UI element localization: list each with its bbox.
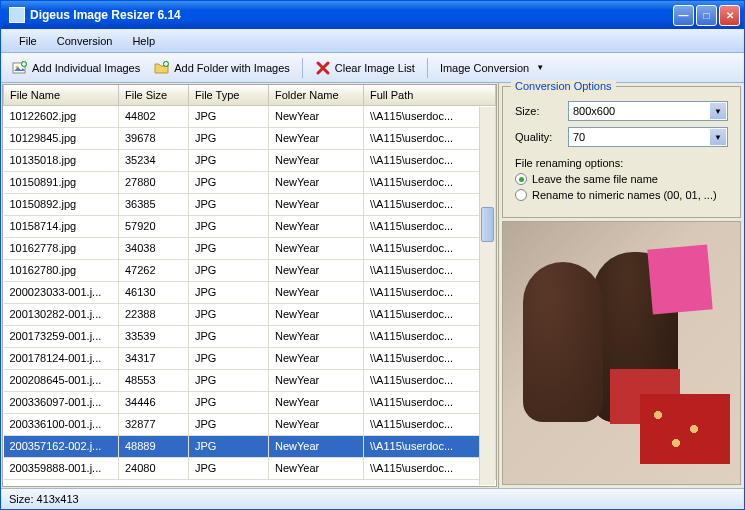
table-row[interactable]: 10122602.jpg44802JPGNewYear\\A115\userdo… <box>4 105 496 127</box>
chevron-down-icon: ▼ <box>710 103 726 119</box>
column-full-path[interactable]: Full Path <box>364 85 496 105</box>
table-row[interactable]: 10129845.jpg39678JPGNewYear\\A115\userdo… <box>4 127 496 149</box>
menu-conversion[interactable]: Conversion <box>49 32 125 50</box>
cell-size: 36385 <box>119 193 189 215</box>
vertical-scrollbar[interactable] <box>479 107 495 485</box>
image-conversion-button[interactable]: Image Conversion ▼ <box>433 58 551 78</box>
radio-rename-numeric[interactable]: Rename to nimeric names (00, 01, ...) <box>515 189 728 201</box>
column-file-size[interactable]: File Size <box>119 85 189 105</box>
table-row[interactable]: 200178124-001.j...34317JPGNewYear\\A115\… <box>4 347 496 369</box>
toolbar: Add Individual Images Add Folder with Im… <box>1 53 744 83</box>
titlebar[interactable]: Digeus Image Resizer 6.14 — □ ✕ <box>1 1 744 29</box>
table-row[interactable]: 10150891.jpg27880JPGNewYear\\A115\userdo… <box>4 171 496 193</box>
column-folder-name[interactable]: Folder Name <box>269 85 364 105</box>
cell-path: \\A115\userdoc... <box>364 105 496 127</box>
cell-size: 48889 <box>119 435 189 457</box>
cell-folder: NewYear <box>269 171 364 193</box>
cell-size: 39678 <box>119 127 189 149</box>
cell-folder: NewYear <box>269 457 364 479</box>
cell-size: 34317 <box>119 347 189 369</box>
cell-name: 200336100-001.j... <box>4 413 119 435</box>
size-combo[interactable]: 800x600 ▼ <box>568 101 728 121</box>
minimize-button[interactable]: — <box>673 5 694 26</box>
cell-size: 24080 <box>119 457 189 479</box>
add-individual-images-button[interactable]: Add Individual Images <box>5 56 147 80</box>
table-row[interactable]: 200023033-001.j...46130JPGNewYear\\A115\… <box>4 281 496 303</box>
table-row[interactable]: 200173259-001.j...33539JPGNewYear\\A115\… <box>4 325 496 347</box>
statusbar: Size: 413x413 <box>1 488 744 508</box>
chevron-down-icon: ▼ <box>710 129 726 145</box>
cell-name: 10129845.jpg <box>4 127 119 149</box>
clear-list-label: Clear Image List <box>335 62 415 74</box>
radio-icon <box>515 189 527 201</box>
cell-folder: NewYear <box>269 303 364 325</box>
cell-name: 10122602.jpg <box>4 105 119 127</box>
column-file-type[interactable]: File Type <box>189 85 269 105</box>
table-row[interactable]: 10150892.jpg36385JPGNewYear\\A115\userdo… <box>4 193 496 215</box>
scroll-thumb[interactable] <box>481 207 494 242</box>
table-row[interactable]: 200208645-001.j...48553JPGNewYear\\A115\… <box>4 369 496 391</box>
menu-help[interactable]: Help <box>124 32 167 50</box>
cell-size: 32877 <box>119 413 189 435</box>
maximize-button[interactable]: □ <box>696 5 717 26</box>
cell-size: 27880 <box>119 171 189 193</box>
table-row[interactable]: 200130282-001.j...22388JPGNewYear\\A115\… <box>4 303 496 325</box>
cell-name: 200357162-002.j... <box>4 435 119 457</box>
cell-path: \\A115\userdoc... <box>364 413 496 435</box>
quality-combo[interactable]: 70 ▼ <box>568 127 728 147</box>
add-folder-button[interactable]: Add Folder with Images <box>147 56 297 80</box>
cell-size: 34038 <box>119 237 189 259</box>
table-row[interactable]: 10162778.jpg34038JPGNewYear\\A115\userdo… <box>4 237 496 259</box>
cell-size: 44802 <box>119 105 189 127</box>
radio-rename-numeric-label: Rename to nimeric names (00, 01, ...) <box>532 189 717 201</box>
add-folder-label: Add Folder with Images <box>174 62 290 74</box>
cell-type: JPG <box>189 391 269 413</box>
cell-path: \\A115\userdoc... <box>364 347 496 369</box>
clear-list-button[interactable]: Clear Image List <box>308 56 422 80</box>
cell-name: 10150891.jpg <box>4 171 119 193</box>
file-table: File Name File Size File Type Folder Nam… <box>3 85 496 480</box>
cell-path: \\A115\userdoc... <box>364 237 496 259</box>
cell-path: \\A115\userdoc... <box>364 127 496 149</box>
conversion-options-group: Conversion Options Size: 800x600 ▼ Quali… <box>502 86 741 218</box>
cell-name: 10162778.jpg <box>4 237 119 259</box>
cell-size: 47262 <box>119 259 189 281</box>
table-row[interactable]: 10158714.jpg57920JPGNewYear\\A115\userdo… <box>4 215 496 237</box>
radio-leave-same[interactable]: Leave the same file name <box>515 173 728 185</box>
cell-type: JPG <box>189 435 269 457</box>
cell-path: \\A115\userdoc... <box>364 171 496 193</box>
cell-type: JPG <box>189 149 269 171</box>
table-row[interactable]: 200359888-001.j...24080JPGNewYear\\A115\… <box>4 457 496 479</box>
cell-folder: NewYear <box>269 149 364 171</box>
cell-type: JPG <box>189 347 269 369</box>
table-row[interactable]: 10162780.jpg47262JPGNewYear\\A115\userdo… <box>4 259 496 281</box>
image-preview <box>502 221 741 485</box>
menu-file[interactable]: File <box>11 32 49 50</box>
dropdown-arrow-icon: ▼ <box>536 63 544 72</box>
rename-section-title: File renaming options: <box>515 157 728 169</box>
options-group-title: Conversion Options <box>511 80 616 92</box>
column-file-name[interactable]: File Name <box>4 85 119 105</box>
cell-path: \\A115\userdoc... <box>364 149 496 171</box>
image-conversion-label: Image Conversion <box>440 62 529 74</box>
size-value: 800x600 <box>573 105 615 117</box>
file-table-container: File Name File Size File Type Folder Nam… <box>2 84 497 487</box>
cell-name: 10162780.jpg <box>4 259 119 281</box>
cell-size: 35234 <box>119 149 189 171</box>
toolbar-separator <box>427 58 428 78</box>
close-button[interactable]: ✕ <box>719 5 740 26</box>
cell-folder: NewYear <box>269 435 364 457</box>
cell-folder: NewYear <box>269 259 364 281</box>
size-label: Size: <box>515 105 560 117</box>
cell-size: 34446 <box>119 391 189 413</box>
radio-leave-same-label: Leave the same file name <box>532 173 658 185</box>
radio-icon <box>515 173 527 185</box>
table-row[interactable]: 200357162-002.j...48889JPGNewYear\\A115\… <box>4 435 496 457</box>
table-row[interactable]: 200336097-001.j...34446JPGNewYear\\A115\… <box>4 391 496 413</box>
cell-folder: NewYear <box>269 237 364 259</box>
cell-folder: NewYear <box>269 347 364 369</box>
table-row[interactable]: 200336100-001.j...32877JPGNewYear\\A115\… <box>4 413 496 435</box>
table-row[interactable]: 10135018.jpg35234JPGNewYear\\A115\userdo… <box>4 149 496 171</box>
cell-path: \\A115\userdoc... <box>364 325 496 347</box>
cell-type: JPG <box>189 127 269 149</box>
